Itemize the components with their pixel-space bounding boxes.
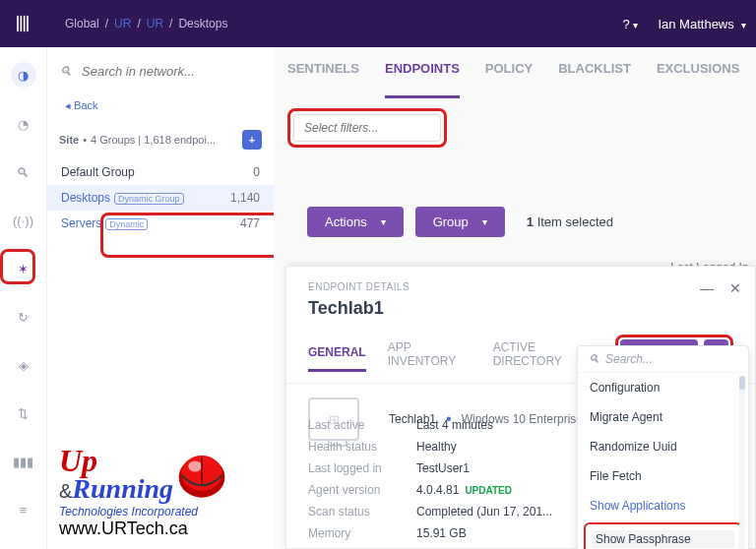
- rail-search-icon[interactable]: 🔍︎: [12, 160, 35, 184]
- actions-dropdown-menu: 🔍︎Search... Configuration Migrate Agent …: [577, 345, 749, 549]
- group-servers[interactable]: ServersDynamic 477: [47, 211, 274, 236]
- dd-show-passphrase[interactable]: Show Passphrase: [592, 530, 734, 548]
- user-menu[interactable]: Ian Matthews ▾: [658, 17, 746, 31]
- rail-sliders-icon[interactable]: ≡: [12, 498, 35, 521]
- highlight-box: Show Passphrase: [584, 522, 742, 549]
- brand-logo-icon: [10, 11, 35, 36]
- svg-point-2: [188, 461, 202, 472]
- tab-exclusions[interactable]: EXCLUSIONS: [657, 61, 740, 91]
- breadcrumb-ur1[interactable]: UR: [114, 17, 131, 30]
- dd-configuration[interactable]: Configuration: [578, 373, 748, 402]
- panel-overline: ENDPOINT DETAILS: [308, 281, 410, 292]
- dd-show-applications[interactable]: Show Applications: [578, 491, 748, 520]
- breadcrumb-global[interactable]: Global: [65, 17, 99, 30]
- left-rail: ◑ ◔ 🔍︎ ((·)) ✶ ↻ ◈ ⇅ ▮▮▮ ≡: [0, 47, 47, 549]
- rail-bars-icon[interactable]: ▮▮▮: [12, 450, 35, 473]
- tab-sentinels[interactable]: SENTINELS: [287, 61, 359, 91]
- dropdown-scrollbar[interactable]: [739, 376, 745, 549]
- dropdown-scroll-thumb[interactable]: [739, 376, 745, 390]
- tab-endpoints[interactable]: ENDPOINTS: [385, 61, 460, 91]
- panel-title: Techlab1: [286, 296, 755, 329]
- search-icon: 🔍︎: [588, 352, 599, 366]
- watermark: Up &Running Technologies Incorporated ww…: [59, 443, 198, 539]
- details-keyvalues: Last activeLast 4 minutes Health statusH…: [308, 414, 558, 544]
- mouse-icon: [167, 445, 236, 499]
- panel-minimize-icon[interactable]: —: [700, 280, 714, 296]
- panel-tab-app-inventory[interactable]: APP INVENTORY: [388, 340, 472, 378]
- help-menu[interactable]: ? ▾: [623, 17, 639, 31]
- search-icon: 🔍︎: [59, 64, 72, 79]
- dd-migrate-agent[interactable]: Migrate Agent: [578, 402, 748, 432]
- breadcrumb-ur2[interactable]: UR: [147, 17, 163, 30]
- actions-dropdown-button[interactable]: Actions▾: [307, 207, 404, 237]
- rail-signal-icon[interactable]: ((·)): [12, 209, 35, 232]
- selection-count: 1 Item selected: [527, 214, 613, 229]
- add-group-button[interactable]: +: [242, 130, 262, 150]
- back-link[interactable]: ◂ Back: [47, 86, 274, 120]
- endpoint-details-panel: ENDPOINT DETAILS — ✕ Techlab1 GENERAL AP…: [285, 266, 756, 549]
- tab-policy[interactable]: POLICY: [485, 61, 533, 91]
- group-desktops[interactable]: DesktopsDynamic Group 1,140: [47, 185, 274, 211]
- rail-dashboard-icon[interactable]: ◑: [11, 62, 36, 88]
- breadcrumb-current: Desktops: [178, 17, 227, 30]
- dropdown-search[interactable]: Search...: [605, 352, 653, 366]
- rail-activity-icon[interactable]: ↻: [12, 305, 35, 329]
- rail-sync-icon[interactable]: ⇅: [12, 401, 35, 425]
- group-dropdown-button[interactable]: Group▾: [415, 207, 505, 237]
- filter-input[interactable]: [293, 114, 441, 142]
- network-search-input[interactable]: [80, 63, 250, 80]
- dd-randomize-uuid[interactable]: Randomize Uuid: [578, 432, 748, 461]
- tab-blacklist[interactable]: BLACKLIST: [558, 61, 631, 91]
- rail-diamond-icon[interactable]: ◈: [12, 353, 35, 377]
- site-label: Site: [59, 134, 79, 146]
- panel-tab-general[interactable]: GENERAL: [308, 345, 366, 372]
- rail-gauge-icon[interactable]: ◔: [12, 112, 35, 136]
- highlight-box: [287, 108, 447, 148]
- group-default[interactable]: Default Group 0: [47, 159, 274, 185]
- panel-close-icon[interactable]: ✕: [729, 280, 741, 296]
- dd-file-fetch[interactable]: File Fetch: [578, 461, 748, 491]
- site-meta: 4 Groups | 1,618 endpoi...: [91, 134, 216, 146]
- breadcrumb: Global / UR / UR / Desktops: [65, 17, 227, 30]
- highlight-box: [0, 249, 35, 284]
